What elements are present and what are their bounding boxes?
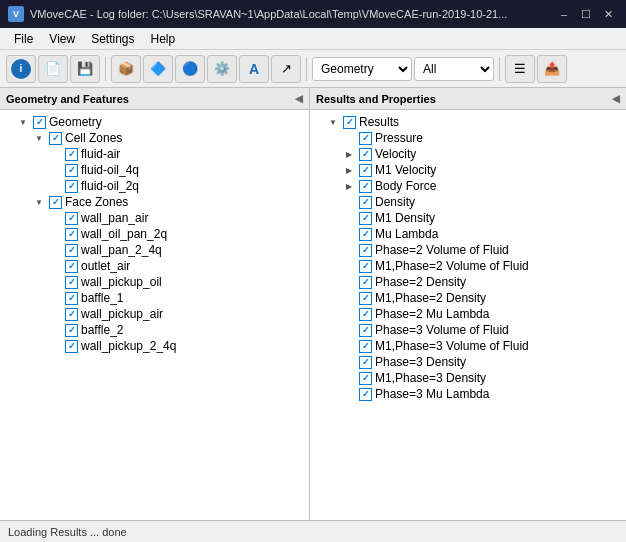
checkbox-fluid-oil-4q[interactable] (65, 164, 78, 177)
toolbar-btn-geometry[interactable]: 📦 (111, 55, 141, 83)
tree-item-m1-velocity[interactable]: ▶ M1 Velocity (310, 162, 626, 178)
checkbox-wall-pan-air[interactable] (65, 212, 78, 225)
checkbox-m1-phase3-density[interactable] (359, 372, 372, 385)
tree-item-phase3-density[interactable]: ▶ Phase=3 Density (310, 354, 626, 370)
filter-dropdown[interactable]: All (414, 57, 494, 81)
checkbox-cell-zones[interactable] (49, 132, 62, 145)
checkbox-phase3-vof[interactable] (359, 324, 372, 337)
label-m1-phase3-density: M1,Phase=3 Density (375, 371, 486, 385)
tree-item-phase2-density[interactable]: ▶ Phase=2 Density (310, 274, 626, 290)
checkbox-wall-pickup-oil[interactable] (65, 276, 78, 289)
toggle-velocity[interactable]: ▶ (342, 147, 356, 161)
tree-item-wall-pickup-oil[interactable]: ▶ wall_pickup_oil (0, 274, 309, 290)
results-tree[interactable]: ▼ Results ▶ Pressure ▶ Velocity (310, 110, 626, 520)
checkbox-phase3-density[interactable] (359, 356, 372, 369)
maximize-button[interactable]: ☐ (576, 5, 596, 23)
main-area: Geometry and Features ◀ ▼ Geometry ▼ Cel… (0, 88, 626, 520)
geometry-dropdown[interactable]: Geometry (312, 57, 412, 81)
toggle-geometry[interactable]: ▼ (16, 115, 30, 129)
checkbox-wall-oil-pan-2q[interactable] (65, 228, 78, 241)
toolbar-btn-save[interactable]: 💾 (70, 55, 100, 83)
tree-item-velocity[interactable]: ▶ Velocity (310, 146, 626, 162)
checkbox-velocity[interactable] (359, 148, 372, 161)
toolbar-btn-export[interactable]: 📤 (537, 55, 567, 83)
checkbox-phase2-density[interactable] (359, 276, 372, 289)
tree-item-m1-phase2-density[interactable]: ▶ M1,Phase=2 Density (310, 290, 626, 306)
toolbar-btn-feature[interactable]: 🔵 (175, 55, 205, 83)
tree-item-geometry[interactable]: ▼ Geometry (0, 114, 309, 130)
checkbox-wall-pickup-2-4q[interactable] (65, 340, 78, 353)
tree-item-body-force[interactable]: ▶ Body Force (310, 178, 626, 194)
tree-item-phase3-vof[interactable]: ▶ Phase=3 Volume of Fluid (310, 322, 626, 338)
menu-view[interactable]: View (41, 30, 83, 48)
toolbar-btn-list[interactable]: ☰ (505, 55, 535, 83)
label-fluid-oil-4q: fluid-oil_4q (81, 163, 139, 177)
checkbox-results[interactable] (343, 116, 356, 129)
checkbox-fluid-air[interactable] (65, 148, 78, 161)
tree-item-outlet-air[interactable]: ▶ outlet_air (0, 258, 309, 274)
tree-item-face-zones[interactable]: ▼ Face Zones (0, 194, 309, 210)
toolbar-btn-transfer[interactable]: ⚙️ (207, 55, 237, 83)
geometry-tree[interactable]: ▼ Geometry ▼ Cell Zones ▶ fluid-air (0, 110, 309, 520)
checkbox-density[interactable] (359, 196, 372, 209)
checkbox-baffle-1[interactable] (65, 292, 78, 305)
checkbox-wall-pickup-air[interactable] (65, 308, 78, 321)
toggle-face-zones[interactable]: ▼ (32, 195, 46, 209)
checkbox-mu-lambda[interactable] (359, 228, 372, 241)
toggle-body-force[interactable]: ▶ (342, 179, 356, 193)
tree-item-m1-phase2-vof[interactable]: ▶ M1,Phase=2 Volume of Fluid (310, 258, 626, 274)
menu-file[interactable]: File (6, 30, 41, 48)
checkbox-geometry[interactable] (33, 116, 46, 129)
toggle-m1-velocity[interactable]: ▶ (342, 163, 356, 177)
minimize-button[interactable]: – (554, 5, 574, 23)
checkbox-outlet-air[interactable] (65, 260, 78, 273)
toggle-cell-zones[interactable]: ▼ (32, 131, 46, 145)
tree-item-baffle-1[interactable]: ▶ baffle_1 (0, 290, 309, 306)
toolbar-btn-text[interactable]: A (239, 55, 269, 83)
checkbox-phase2-vof[interactable] (359, 244, 372, 257)
tree-item-fluid-oil-2q[interactable]: ▶ fluid-oil_2q (0, 178, 309, 194)
tree-item-phase2-mu-lambda[interactable]: ▶ Phase=2 Mu Lambda (310, 306, 626, 322)
left-panel-collapse[interactable]: ◀ (295, 93, 303, 104)
checkbox-m1-density[interactable] (359, 212, 372, 225)
close-button[interactable]: ✕ (598, 5, 618, 23)
tree-item-wall-pickup-air[interactable]: ▶ wall_pickup_air (0, 306, 309, 322)
menu-help[interactable]: Help (143, 30, 184, 48)
checkbox-face-zones[interactable] (49, 196, 62, 209)
right-panel-collapse[interactable]: ◀ (612, 93, 620, 104)
checkbox-baffle-2[interactable] (65, 324, 78, 337)
tree-item-wall-oil-pan-2q[interactable]: ▶ wall_oil_pan_2q (0, 226, 309, 242)
tree-item-fluid-air[interactable]: ▶ fluid-air (0, 146, 309, 162)
checkbox-wall-pan-2-4q[interactable] (65, 244, 78, 257)
toolbar-btn-mesh[interactable]: 🔷 (143, 55, 173, 83)
toolbar-btn-1[interactable]: i (6, 55, 36, 83)
checkbox-phase3-mu-lambda[interactable] (359, 388, 372, 401)
tree-item-baffle-2[interactable]: ▶ baffle_2 (0, 322, 309, 338)
checkbox-pressure[interactable] (359, 132, 372, 145)
tree-item-m1-phase3-vof[interactable]: ▶ M1,Phase=3 Volume of Fluid (310, 338, 626, 354)
checkbox-m1-velocity[interactable] (359, 164, 372, 177)
toolbar-btn-2[interactable]: 📄 (38, 55, 68, 83)
tree-item-m1-phase3-density[interactable]: ▶ M1,Phase=3 Density (310, 370, 626, 386)
tree-item-phase2-vof[interactable]: ▶ Phase=2 Volume of Fluid (310, 242, 626, 258)
checkbox-m1-phase3-vof[interactable] (359, 340, 372, 353)
checkbox-fluid-oil-2q[interactable] (65, 180, 78, 193)
checkbox-body-force[interactable] (359, 180, 372, 193)
menu-settings[interactable]: Settings (83, 30, 142, 48)
tree-item-cell-zones[interactable]: ▼ Cell Zones (0, 130, 309, 146)
checkbox-phase2-mu-lambda[interactable] (359, 308, 372, 321)
tree-item-fluid-oil-4q[interactable]: ▶ fluid-oil_4q (0, 162, 309, 178)
checkbox-m1-phase2-density[interactable] (359, 292, 372, 305)
tree-item-wall-pan-2-4q[interactable]: ▶ wall_pan_2_4q (0, 242, 309, 258)
tree-item-m1-density[interactable]: ▶ M1 Density (310, 210, 626, 226)
tree-item-density[interactable]: ▶ Density (310, 194, 626, 210)
tree-item-results[interactable]: ▼ Results (310, 114, 626, 130)
checkbox-m1-phase2-vof[interactable] (359, 260, 372, 273)
tree-item-wall-pickup-2-4q[interactable]: ▶ wall_pickup_2_4q (0, 338, 309, 354)
toolbar-btn-arrow[interactable]: ↗ (271, 55, 301, 83)
tree-item-mu-lambda[interactable]: ▶ Mu Lambda (310, 226, 626, 242)
tree-item-pressure[interactable]: ▶ Pressure (310, 130, 626, 146)
toggle-results[interactable]: ▼ (326, 115, 340, 129)
tree-item-wall-pan-air[interactable]: ▶ wall_pan_air (0, 210, 309, 226)
tree-item-phase3-mu-lambda[interactable]: ▶ Phase=3 Mu Lambda (310, 386, 626, 402)
